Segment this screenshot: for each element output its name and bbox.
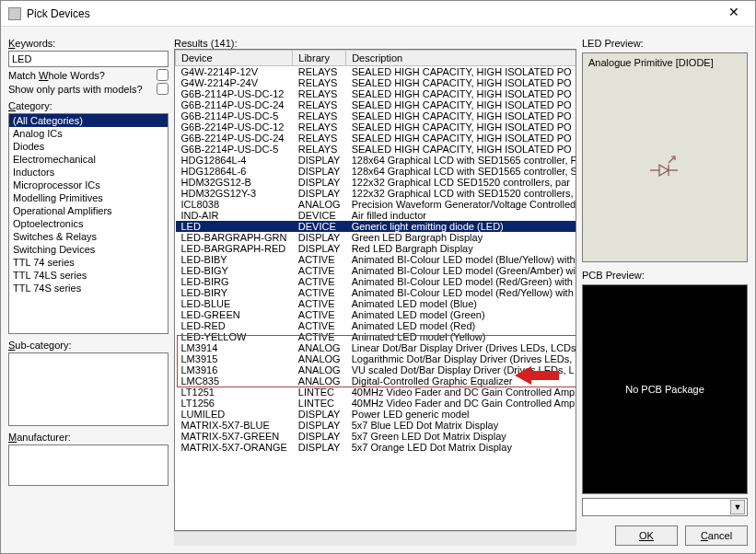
category-list[interactable]: (All Categories)Analog ICsDiodesElectrom… xyxy=(8,113,169,334)
chevron-down-icon: ▼ xyxy=(730,500,745,514)
svg-marker-1 xyxy=(659,165,669,176)
window-title: Pick Devices xyxy=(27,7,720,20)
table-row[interactable]: LEDDEVICEGeneric light emitting diode (L… xyxy=(176,221,577,232)
category-item[interactable]: Switches & Relays xyxy=(9,230,168,243)
table-row[interactable]: LED-BIBYACTIVEAnimated BI-Colour LED mod… xyxy=(176,254,577,265)
svg-line-4 xyxy=(669,157,674,163)
show-models-row: Show only parts with models? xyxy=(8,83,169,95)
col-device[interactable]: Device xyxy=(176,51,293,66)
table-row[interactable]: LED-REDACTIVEAnimated LED model (Red) xyxy=(176,320,577,331)
middle-panel: Results (141): Device Library Descriptio… xyxy=(174,34,576,546)
category-item[interactable]: Analog ICs xyxy=(9,127,168,140)
pick-devices-dialog: Pick Devices ✕ Keywords: Match Whole Wor… xyxy=(0,0,756,554)
show-models-checkbox[interactable] xyxy=(157,83,169,95)
table-row[interactable]: IND-AIRDEVICEAir filled inductor xyxy=(176,210,577,221)
manufacturer-list[interactable] xyxy=(8,444,169,486)
show-models-label: Show only parts with models? xyxy=(8,84,143,95)
table-row[interactable]: HDM32GS12Y-3DISPLAY122x32 Graphical LCD … xyxy=(176,188,577,199)
results-label: Results (141): xyxy=(174,38,576,49)
left-panel: Keywords: Match Whole Words? Show only p… xyxy=(8,34,169,546)
category-item[interactable]: TTL 74LS series xyxy=(9,269,168,282)
table-row[interactable]: MATRIX-5X7-ORANGEDISPLAY5x7 Orange LED D… xyxy=(176,442,577,453)
right-panel: LED Preview: Analogue Primitive [DIODE] xyxy=(582,34,748,546)
table-row[interactable]: G6B-2214P-US-DC-5RELAYSSEALED HIGH CAPAC… xyxy=(176,144,577,155)
dialog-buttons: OK Cancel xyxy=(582,525,748,546)
ok-button[interactable]: OK xyxy=(615,525,678,546)
table-row[interactable]: HDM32GS12-BDISPLAY122x32 Graphical LCD S… xyxy=(176,177,577,188)
category-item[interactable]: Switching Devices xyxy=(9,243,168,256)
table-row[interactable]: G6B-2214P-US-DC-24RELAYSSEALED HIGH CAPA… xyxy=(176,133,577,144)
titlebar: Pick Devices ✕ xyxy=(1,1,755,27)
col-library[interactable]: Library xyxy=(293,51,346,66)
close-icon[interactable]: ✕ xyxy=(720,5,748,23)
match-whole-row: Match Whole Words? xyxy=(8,69,169,81)
table-row[interactable]: G6B-2114P-US-DC-24RELAYSSEALED HIGH CAPA… xyxy=(176,99,577,110)
keywords-input[interactable] xyxy=(8,51,169,67)
category-label: Category: xyxy=(8,100,169,111)
manufacturer-label: Manufacturer: xyxy=(8,432,169,443)
table-row[interactable]: HDG12864L-6DISPLAY128x64 Graphical LCD w… xyxy=(176,166,577,177)
horizontal-scrollbar[interactable] xyxy=(174,531,576,546)
category-item[interactable]: (All Categories) xyxy=(9,114,168,127)
cancel-button[interactable]: Cancel xyxy=(685,525,748,546)
table-row[interactable]: MATRIX-5X7-BLUEDISPLAY5x7 Blue LED Dot M… xyxy=(176,420,577,431)
category-item[interactable]: Microprocessor ICs xyxy=(9,179,168,191)
app-icon xyxy=(8,7,21,20)
table-row[interactable]: LED-BIRGACTIVEAnimated BI-Colour LED mod… xyxy=(176,276,577,287)
table-row[interactable]: HDG12864L-4DISPLAY128x64 Graphical LCD w… xyxy=(176,155,577,166)
category-item[interactable]: Electromechanical xyxy=(9,153,168,166)
category-item[interactable]: Inductors xyxy=(9,166,168,179)
category-item[interactable]: Modelling Primitives xyxy=(9,191,168,204)
table-row[interactable]: LUMILEDDISPLAYPower LED generic model xyxy=(176,409,577,420)
keywords-label: Keywords: xyxy=(8,38,169,49)
led-preview-label: LED Preview: xyxy=(582,38,748,49)
match-whole-label: Match Whole Words? xyxy=(8,70,105,81)
package-dropdown[interactable]: ▼ xyxy=(582,498,748,516)
table-row[interactable]: LT1251LINTEC40MHz Video Fader and DC Gai… xyxy=(176,387,577,398)
subcategory-list[interactable] xyxy=(8,352,169,426)
diode-symbol xyxy=(583,72,747,261)
table-row[interactable]: G6B-2214P-US-DC-12RELAYSSEALED HIGH CAPA… xyxy=(176,121,577,133)
subcategory-label: Sub-category: xyxy=(8,340,169,351)
category-item[interactable]: TTL 74 series xyxy=(9,256,168,269)
results-table: Device Library Description G4W-2214P-12V… xyxy=(175,50,576,453)
table-row[interactable]: LM3916ANALOGVU scaled Dot/Bar Display Dr… xyxy=(176,364,577,375)
table-row[interactable]: G6B-2114P-US-DC-5RELAYSSEALED HIGH CAPAC… xyxy=(176,110,577,121)
led-preview-text: Analogue Primitive [DIODE] xyxy=(583,53,747,72)
category-item[interactable]: TTL 74S series xyxy=(9,282,168,294)
table-row[interactable]: LED-BARGRAPH-REDDISPLAYRed LED Bargraph … xyxy=(176,243,577,254)
table-row[interactable]: LMC835ANALOGDigital-Controlled Graphic E… xyxy=(176,375,577,387)
table-row[interactable]: LED-BARGRAPH-GRNDISPLAYGreen LED Bargrap… xyxy=(176,232,577,243)
table-row[interactable]: LED-BIGYACTIVEAnimated BI-Colour LED mod… xyxy=(176,265,577,276)
category-item[interactable]: Operational Amplifiers xyxy=(9,204,168,217)
col-description[interactable]: Description xyxy=(346,51,576,66)
led-preview: Analogue Primitive [DIODE] xyxy=(582,52,748,262)
table-row[interactable]: G4W-2214P-12VRELAYSSEALED HIGH CAPACITY,… xyxy=(176,66,577,78)
table-row[interactable]: MATRIX-5X7-GREENDISPLAY5x7 Green LED Dot… xyxy=(176,431,577,442)
category-item[interactable]: Diodes xyxy=(9,140,168,153)
pcb-preview-label: PCB Preview: xyxy=(582,270,748,281)
table-row[interactable]: LED-GREENACTIVEAnimated LED model (Green… xyxy=(176,309,577,320)
table-row[interactable]: G4W-2214P-24VRELAYSSEALED HIGH CAPACITY,… xyxy=(176,77,577,88)
results-table-wrap[interactable]: Device Library Description G4W-2214P-12V… xyxy=(174,49,576,531)
table-row[interactable]: LM3914ANALOGLinear Dot/Bar Display Drive… xyxy=(176,342,577,353)
table-row[interactable]: G6B-2114P-US-DC-12RELAYSSEALED HIGH CAPA… xyxy=(176,88,577,99)
match-whole-checkbox[interactable] xyxy=(157,69,169,81)
pcb-preview-text: No PCB Package xyxy=(583,285,747,493)
table-row[interactable]: LED-BIRYACTIVEAnimated BI-Colour LED mod… xyxy=(176,287,577,298)
table-row[interactable]: LED-BLUEACTIVEAnimated LED model (Blue) xyxy=(176,298,577,309)
table-row[interactable]: LED-YELLOWACTIVEAnimated LED model (Yell… xyxy=(176,331,577,342)
table-row[interactable]: LM3915ANALOGLogarithmic Dot/Bar Display … xyxy=(176,353,577,364)
category-item[interactable]: Optoelectronics xyxy=(9,217,168,230)
table-row[interactable]: ICL8038ANALOGPrecision Waveform Generato… xyxy=(176,199,577,210)
pcb-preview: No PCB Package xyxy=(582,284,748,494)
table-row[interactable]: LT1256LINTEC40MHz Video Fader and DC Gai… xyxy=(176,398,577,409)
dialog-content: Keywords: Match Whole Words? Show only p… xyxy=(1,27,755,553)
diode-icon xyxy=(646,148,683,185)
